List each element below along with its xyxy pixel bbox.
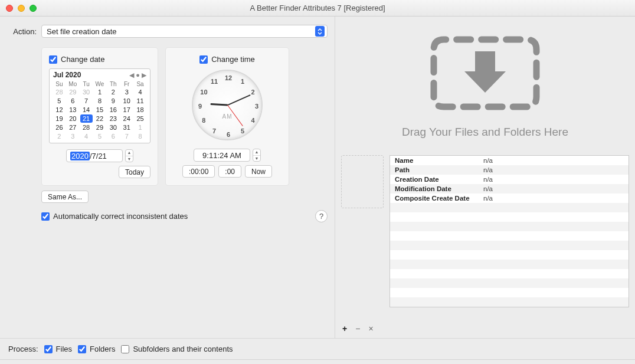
- info-value: n/a: [483, 157, 493, 164]
- today-button[interactable]: Today: [119, 166, 150, 178]
- files-pane: Drag Your Files and Folders Here Namen/a…: [335, 17, 635, 338]
- process-files-checkbox[interactable]: Files: [44, 345, 72, 353]
- settings-pane: Action: Set file creation date Change da…: [0, 17, 335, 338]
- calendar-day[interactable]: 28: [53, 88, 66, 96]
- calendar-day[interactable]: 27: [67, 123, 79, 132]
- info-value: n/a: [483, 176, 493, 183]
- calendar-day[interactable]: 15: [94, 106, 106, 114]
- process-row: Process: Files Folders Subfolders and th…: [0, 338, 635, 359]
- calendar-day[interactable]: 17: [120, 106, 133, 114]
- calendar-day[interactable]: 11: [134, 97, 146, 105]
- calendar-day[interactable]: 21: [80, 114, 93, 123]
- info-key: Name: [395, 157, 483, 164]
- calendar-day[interactable]: 16: [107, 106, 119, 114]
- calendar-day[interactable]: 29: [94, 123, 106, 132]
- calendar-day[interactable]: 19: [53, 114, 66, 123]
- calendar-day[interactable]: 8: [94, 97, 106, 105]
- calendar-day[interactable]: 7: [120, 132, 133, 140]
- change-date-panel: Change date Jul 2020 ◀ ● ▶ SuMoTuWeThFrS…: [41, 47, 158, 186]
- remove-file-button[interactable]: −: [355, 324, 360, 333]
- date-stepper[interactable]: ▲▼: [125, 149, 133, 162]
- date-year-field[interactable]: 2020/ 7/21: [66, 149, 123, 162]
- info-key: Path: [395, 166, 483, 173]
- info-key: Modification Date: [395, 185, 483, 192]
- calendar-day[interactable]: 9: [107, 97, 119, 105]
- drop-arrow-icon: [423, 29, 547, 117]
- action-select[interactable]: Set file creation date: [41, 25, 328, 38]
- calendar-day[interactable]: 2: [107, 88, 119, 96]
- calendar-day[interactable]: 10: [120, 97, 133, 105]
- analog-clock[interactable]: AM 123456789101112: [192, 70, 263, 140]
- process-label: Process:: [8, 345, 38, 353]
- calendar-day[interactable]: 13: [67, 106, 79, 114]
- info-value: n/a: [483, 195, 493, 202]
- chevron-updown-icon: [315, 26, 325, 37]
- calendar-day[interactable]: 2: [53, 132, 66, 140]
- change-time-checkbox[interactable]: Change time: [199, 55, 255, 64]
- minimize-window-button[interactable]: [18, 5, 25, 12]
- calendar-month-year: Jul 2020: [53, 71, 81, 79]
- calendar-day[interactable]: 6: [67, 97, 79, 105]
- calendar-day[interactable]: 6: [107, 132, 119, 140]
- calendar-next-icon[interactable]: ▶: [142, 71, 146, 79]
- calendar-day[interactable]: 3: [120, 88, 133, 96]
- calendar-day[interactable]: 26: [53, 123, 66, 132]
- add-file-button[interactable]: +: [342, 324, 347, 333]
- close-window-button[interactable]: [6, 5, 13, 12]
- calendar-day[interactable]: 4: [134, 88, 146, 96]
- calendar-day[interactable]: 23: [107, 114, 119, 123]
- drop-caption: Drag Your Files and Folders Here: [402, 126, 568, 139]
- calendar-day[interactable]: 20: [67, 114, 79, 123]
- calendar-day[interactable]: 12: [53, 106, 66, 114]
- action-select-value: Set file creation date: [47, 27, 117, 36]
- svg-rect-0: [475, 51, 495, 71]
- calendar-day[interactable]: 4: [80, 132, 93, 140]
- process-folders-checkbox[interactable]: Folders: [78, 345, 115, 353]
- calendar-day[interactable]: 7: [80, 97, 93, 105]
- titlebar: A Better Finder Attributes 7 [Registered…: [0, 0, 635, 17]
- file-info-table: Namen/aPathn/aCreation Daten/aModificati…: [389, 155, 629, 307]
- calendar-day[interactable]: 1: [94, 88, 106, 96]
- info-key: Creation Date: [395, 176, 483, 183]
- change-time-panel: Change time AM 123456789101112 9:11:24 A…: [165, 47, 289, 186]
- clear-files-button[interactable]: ×: [368, 324, 373, 333]
- calendar-day[interactable]: 5: [94, 132, 106, 140]
- time-stepper[interactable]: ▲▼: [253, 149, 261, 162]
- calendar-day[interactable]: 24: [120, 114, 133, 123]
- drop-zone[interactable]: Drag Your Files and Folders Here: [335, 17, 635, 150]
- now-button[interactable]: Now: [245, 165, 272, 178]
- calendar-day[interactable]: 30: [80, 88, 93, 96]
- calendar-day[interactable]: 8: [134, 132, 146, 140]
- time-field[interactable]: 9:11:24 AM: [194, 149, 250, 162]
- action-label: Action:: [7, 27, 37, 36]
- zero-seconds-button[interactable]: :00:00: [182, 165, 215, 178]
- calendar[interactable]: Jul 2020 ◀ ● ▶ SuMoTuWeThFrSa28293012345…: [49, 68, 150, 143]
- zero-button[interactable]: :00: [218, 165, 241, 178]
- file-thumbnail: [341, 155, 384, 208]
- footer: Create Droplet... Perform Changes: [0, 359, 635, 364]
- calendar-day[interactable]: 30: [107, 123, 119, 132]
- calendar-today-icon[interactable]: ●: [136, 71, 140, 79]
- calendar-day[interactable]: 5: [53, 97, 66, 105]
- calendar-day[interactable]: 31: [120, 123, 133, 132]
- same-as-button[interactable]: Same As...: [41, 191, 89, 203]
- calendar-day[interactable]: 1: [134, 123, 146, 132]
- change-date-checkbox[interactable]: Change date: [49, 55, 150, 64]
- calendar-day[interactable]: 3: [67, 132, 79, 140]
- calendar-day[interactable]: 18: [134, 106, 146, 114]
- window-controls: [6, 5, 37, 12]
- calendar-prev-icon[interactable]: ◀: [129, 71, 134, 79]
- calendar-day[interactable]: 22: [94, 114, 106, 123]
- help-button[interactable]: ?: [315, 210, 328, 222]
- zoom-window-button[interactable]: [30, 5, 37, 12]
- calendar-day[interactable]: 28: [80, 123, 93, 132]
- process-subfolders-checkbox[interactable]: Subfolders and their contents: [121, 345, 233, 353]
- info-value: n/a: [483, 166, 493, 173]
- calendar-day[interactable]: 14: [80, 106, 93, 114]
- info-value: n/a: [483, 185, 493, 192]
- window-title: A Better Finder Attributes 7 [Registered…: [0, 4, 635, 12]
- auto-correct-checkbox[interactable]: Automatically correct inconsistent dates: [41, 212, 310, 221]
- calendar-day[interactable]: 29: [67, 88, 79, 96]
- calendar-day[interactable]: 25: [134, 114, 146, 123]
- info-key: Composite Create Date: [395, 195, 483, 202]
